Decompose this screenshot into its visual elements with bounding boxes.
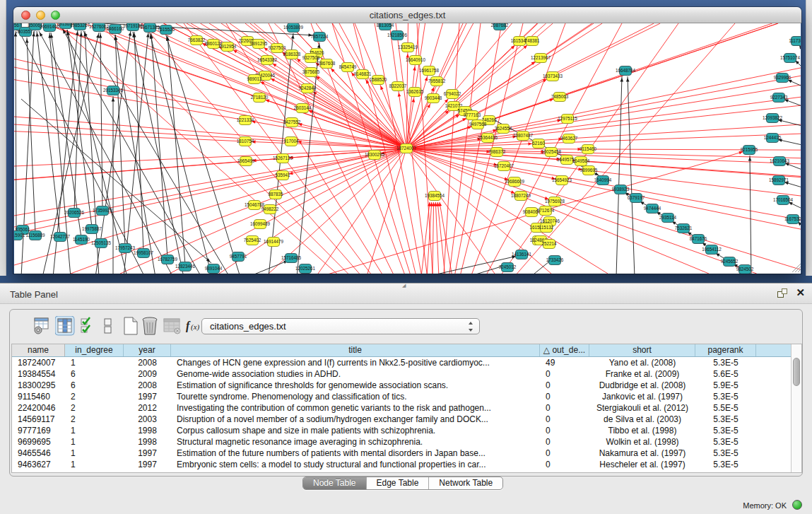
- svg-text:16914479: 16914479: [264, 239, 284, 244]
- svg-text:2867608: 2867608: [318, 61, 336, 66]
- cell-name: 9115460: [12, 391, 65, 402]
- table-row[interactable]: 946362711997Embryonic stem cells: a mode…: [12, 459, 801, 470]
- svg-text:1965499: 1965499: [237, 158, 255, 163]
- stack-icon[interactable]: [102, 316, 122, 337]
- svg-text:12042737: 12042737: [50, 234, 71, 239]
- tab-edge-table[interactable]: Edge Table: [366, 477, 429, 489]
- svg-text:9327503: 9327503: [269, 45, 286, 50]
- cell-title: Embryonic stem cells: a model to study s…: [171, 459, 540, 470]
- svg-text:16099489: 16099489: [250, 221, 271, 226]
- tab-node-table[interactable]: Node Table: [303, 477, 366, 489]
- svg-text:9824502: 9824502: [736, 267, 754, 271]
- cell-short: Nakamura et al. (1997): [589, 448, 695, 459]
- cell-short: Franke et al. (2009): [589, 368, 695, 380]
- cell-pagerank: 5.3E-5: [695, 425, 756, 436]
- column-header-out_de[interactable]: △ out_de...: [540, 344, 589, 356]
- column-header-name[interactable]: name: [12, 344, 65, 356]
- table-source-dropdown[interactable]: citations_edges.txt: [201, 318, 480, 334]
- svg-text:1810754: 1810754: [237, 139, 254, 144]
- table-settings-icon[interactable]: [33, 316, 53, 337]
- table-row[interactable]: 1872400712008Changes of HCN gene express…: [12, 357, 801, 368]
- svg-text:12025261: 12025261: [295, 266, 316, 271]
- column-header-short[interactable]: short: [589, 344, 695, 356]
- table-row[interactable]: 911546021997Tourette syndrome. Phenomeno…: [12, 391, 801, 402]
- table-toolbar-panel: f(x) citations_edges.txt namein_degreeye…: [9, 309, 803, 477]
- new-document-icon[interactable]: [122, 316, 142, 337]
- svg-text:1244415: 1244415: [764, 135, 782, 140]
- import-table-disabled-icon[interactable]: [163, 316, 182, 337]
- cell-name: 22420046: [12, 402, 65, 414]
- cell-title: Corpus callosum shape and size in male p…: [171, 425, 540, 436]
- scrollbar-thumb[interactable]: [793, 358, 800, 386]
- svg-text:7955812: 7955812: [428, 78, 446, 83]
- svg-text:17957243: 17957243: [115, 245, 136, 250]
- svg-text:10654112: 10654112: [702, 247, 722, 252]
- svg-text:7663822: 7663822: [188, 37, 206, 42]
- svg-text:15716485: 15716485: [281, 255, 302, 260]
- svg-text:115132: 115132: [539, 225, 554, 230]
- cell-in_degree: 1: [65, 459, 124, 470]
- svg-text:1117304: 1117304: [789, 38, 801, 43]
- table-row[interactable]: 1456911722003Disruption of a novel membe…: [12, 414, 801, 425]
- svg-text:1588520: 1588520: [370, 77, 387, 82]
- svg-text:9777163: 9777163: [464, 112, 481, 117]
- table-row[interactable]: 2242004622012Investigating the contribut…: [12, 402, 801, 414]
- svg-text:252214: 252214: [541, 241, 557, 246]
- column-header-year[interactable]: year: [124, 344, 171, 356]
- tab-network-table[interactable]: Network Table: [428, 477, 502, 489]
- svg-text:9463627: 9463627: [560, 136, 578, 141]
- table-row[interactable]: 1938455462009Genome-wide association stu…: [12, 368, 801, 380]
- cell-year: 1997: [124, 391, 171, 402]
- svg-text:8471676: 8471676: [690, 236, 707, 241]
- cell-title: Structural magnetic resonance image aver…: [171, 436, 540, 448]
- svg-text:6712674: 6712674: [537, 208, 555, 213]
- column-header-title[interactable]: title: [171, 344, 540, 356]
- cell-year: 1997: [124, 459, 171, 470]
- table-row[interactable]: 969969511998Structural magnetic resonanc…: [12, 436, 801, 448]
- cell-pagerank: 5.3E-5: [695, 414, 756, 425]
- table-row[interactable]: 1830029562008Estimation of significance …: [12, 380, 801, 391]
- cell-out_de: 0: [540, 402, 589, 414]
- cell-short: Hescheler et al. (1997): [589, 459, 695, 470]
- cell-title: Tourette syndrome. Phenomenology and cla…: [171, 391, 540, 402]
- svg-text:6379197: 6379197: [628, 195, 645, 200]
- svg-text:16782759: 16782759: [158, 257, 178, 262]
- cell-name: 18300295: [12, 380, 65, 391]
- svg-text:2935114: 2935114: [659, 215, 677, 220]
- svg-text:9457791: 9457791: [230, 254, 247, 259]
- svg-text:12975115: 12975115: [558, 116, 577, 121]
- float-panel-icon[interactable]: [777, 288, 788, 298]
- cell-short: Yano et al. (2008): [589, 357, 695, 368]
- memory-status-icon[interactable]: [792, 500, 802, 510]
- cell-year: 2012: [124, 402, 171, 414]
- cell-in_degree: 1: [65, 448, 124, 459]
- table-row[interactable]: 977716911998Corpus callosum shape and si…: [12, 425, 801, 436]
- split-resize-handle[interactable]: ◢: [402, 283, 409, 288]
- table-row[interactable]: 946554611997Estimation of the future num…: [12, 448, 801, 459]
- svg-text:887835: 887835: [268, 192, 283, 197]
- column-header-in_degree[interactable]: in_degree: [65, 344, 124, 356]
- svg-text:9329966: 9329966: [774, 75, 792, 80]
- svg-text:10807487: 10807487: [513, 133, 534, 138]
- table-scrollbar[interactable]: [791, 344, 801, 472]
- select-rows-icon[interactable]: [80, 316, 100, 337]
- network-canvas[interactable]: 1156724035572850061206914068913654108532…: [14, 23, 801, 274]
- svg-text:9245012: 9245012: [499, 264, 517, 269]
- delete-icon[interactable]: [141, 316, 161, 337]
- svg-text:62160: 62160: [532, 141, 545, 146]
- cell-title: Changes of HCN gene expression and I(f) …: [171, 357, 540, 368]
- cell-name: 19384554: [12, 368, 65, 380]
- close-panel-icon[interactable]: ✕: [796, 286, 805, 299]
- cell-in_degree: 2: [65, 414, 124, 425]
- cell-year: 1998: [124, 436, 171, 448]
- svg-text:19958107: 19958107: [134, 250, 154, 255]
- cell-title: Estimation of the future numbers of pati…: [171, 448, 540, 459]
- show-column-icon[interactable]: [55, 316, 75, 337]
- column-header-pagerank[interactable]: pagerank: [695, 344, 756, 356]
- cell-out_de: 0: [540, 368, 589, 380]
- svg-text:11567: 11567: [14, 23, 22, 28]
- cell-short: Dudbridge et al. (2008): [589, 380, 695, 391]
- window-titlebar[interactable]: citations_edges.txt: [13, 7, 801, 23]
- svg-text:11156889: 11156889: [25, 233, 45, 238]
- svg-text:16120746: 16120746: [540, 218, 560, 223]
